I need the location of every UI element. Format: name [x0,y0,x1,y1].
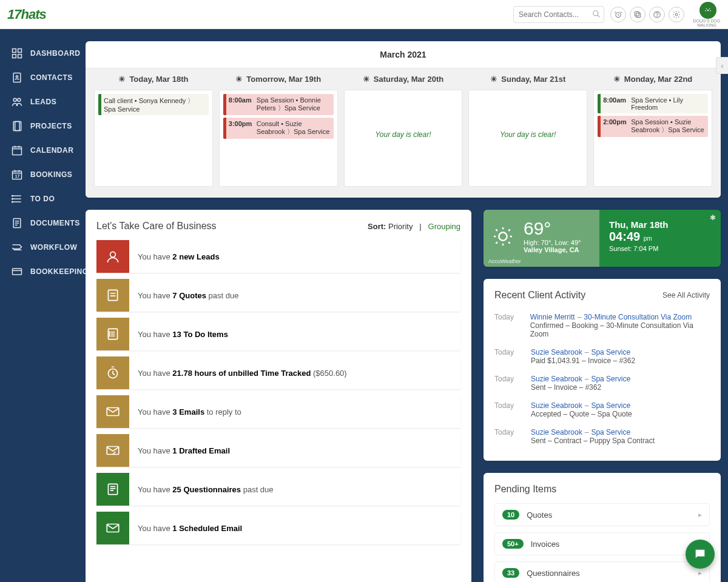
activity-project-link[interactable]: Spa Service [591,375,630,383]
svg-rect-22 [15,122,21,131]
help-icon[interactable] [649,7,665,22]
activity-row[interactable]: TodaySuzie Seabrook–Spa ServicePaid $1,0… [494,343,710,370]
svg-point-31 [110,252,116,257]
business-item[interactable]: You have 3 Emails to reply to [96,395,460,428]
pending-label: Questionnaires [527,569,579,578]
calendar-event[interactable]: 8:00amSpa Service • Lily Freedom [598,94,708,113]
activity-row[interactable]: TodaySuzie Seabrook–Spa ServiceSent – Co… [494,423,710,450]
sidebar-icon: 17 [11,169,23,181]
svg-rect-21 [13,122,19,131]
calendar-event[interactable]: 8:00amSpa Session • Bonnie Peters 〉Spa S… [223,94,334,115]
activity-client-link[interactable]: Winnie Merritt [530,313,575,321]
svg-point-11 [705,10,706,11]
svg-point-19 [13,98,16,101]
weather-gear-icon[interactable]: ✱ [710,213,716,222]
business-item[interactable]: You have 13 To Do Items [96,318,460,350]
svg-point-18 [16,76,18,78]
mail-icon [96,512,129,544]
activity-project-link[interactable]: Spa Service [591,348,630,356]
sidebar-item-dashboard[interactable]: DASHBOARD [0,41,86,65]
calendar-event[interactable]: 3:00pmConsult • Suzie Seabrook 〉Spa Serv… [223,118,334,139]
avatar-label: DOUG'S DOG WALKING [693,19,721,27]
sidebar-icon [11,241,23,253]
weather-icon: ☀ [235,75,243,84]
svg-rect-38 [107,408,119,416]
business-item[interactable]: You have 1 Drafted Email [96,434,460,467]
logo[interactable]: 17hats [7,7,46,22]
sidebar-item-calendar[interactable]: CALENDAR [0,138,86,162]
mail-icon [96,395,129,428]
sidebar-label: BOOKKEEPING [30,267,89,276]
search-input[interactable] [513,6,604,23]
sun-icon [491,224,515,250]
svg-text:17: 17 [15,174,20,178]
activity-client-link[interactable]: Suzie Seabrook [531,348,582,356]
chat-fab[interactable] [686,540,715,569]
quote-icon [96,279,129,312]
svg-point-28 [12,201,13,202]
gear-icon[interactable] [669,7,684,22]
svg-point-20 [18,98,21,101]
sidebar-icon [11,217,23,229]
activity-row[interactable]: TodaySuzie Seabrook–Spa ServiceSent – In… [494,370,710,396]
activity-project-link[interactable]: Spa Service [591,428,630,436]
sidebar-label: CALENDAR [30,146,73,155]
day-header: ☀Sunday, Mar 21st [468,69,587,90]
sidebar-item-to-do[interactable]: TO DO [0,187,86,211]
sidebar-icon [11,72,23,84]
sidebar-item-projects[interactable]: PROJECTS [0,114,86,138]
sidebar-item-documents[interactable]: DOCUMENTS [0,211,86,235]
business-item[interactable]: You have 1 Scheduled Email [96,512,460,544]
sidebar-item-contacts[interactable]: CONTACTS [0,65,86,90]
pending-badge: 50+ [502,539,524,549]
calendar-event[interactable]: Call client • Sonya Kennedy 〉Spa Service [98,94,209,115]
pending-item-invoices[interactable]: 50+Invoices▸ [494,532,710,555]
drawer-toggle[interactable]: ‹ [716,57,728,74]
sidebar-label: BOOKINGS [30,170,72,179]
list-icon [96,318,129,350]
sidebar-item-workflow[interactable]: WORKFLOW [0,235,86,259]
activity-client-link[interactable]: Suzie Seabrook [531,375,582,383]
calendar-title: March 2021 [86,41,721,68]
svg-point-0 [593,10,598,15]
activity-client-link[interactable]: Suzie Seabrook [531,401,582,410]
svg-point-10 [709,8,710,9]
business-item[interactable]: You have 21.78 hours of unbilled Time Tr… [96,356,460,389]
avatar[interactable] [699,2,716,19]
pending-item-quotes[interactable]: 10Quotes▸ [494,503,710,526]
pending-item-questionnaires[interactable]: 33Questionnaires▸ [494,561,710,582]
business-item[interactable]: You have 25 Questionnaires past due [96,473,460,506]
svg-rect-4 [635,12,639,16]
sidebar-item-bookkeeping[interactable]: BOOKKEEPING [0,259,86,284]
business-heading: Let's Take Care of Business [96,221,217,232]
alarm-icon[interactable] [610,7,626,22]
search-icon[interactable] [592,10,601,20]
sidebar-item-bookings[interactable]: 17BOOKINGS [0,162,86,187]
sort-controls[interactable]: Sort: Priority | Grouping [368,222,460,231]
svg-point-36 [109,336,110,336]
weather-time: 04:49 pm [609,230,711,244]
sidebar-label: WORKFLOW [30,243,77,252]
sidebar-label: LEADS [30,98,56,106]
copy-icon[interactable] [630,7,645,22]
svg-rect-3 [636,13,641,17]
activity-row[interactable]: TodayWinnie Merritt–30-Minute Consultati… [494,308,710,343]
timer-icon [96,356,129,389]
day-header: ☀Tomorrow, Mar 19th [219,69,338,90]
weather-widget: 69° High: 70°, Low: 49° Valley Village, … [484,210,721,267]
business-item[interactable]: You have 7 Quotes past due [96,279,460,312]
activity-project-link[interactable]: Spa Service [591,401,630,410]
calendar-event[interactable]: 2:00pmSpa Session • Suzie Seabrook 〉Spa … [598,116,708,137]
activity-row[interactable]: TodaySuzie Seabrook–Spa ServiceAccepted … [494,396,710,423]
sidebar-label: PROJECTS [30,122,72,130]
sidebar-icon [11,47,23,59]
weather-icon: ☀ [490,75,497,84]
sidebar-icon [11,144,23,156]
business-item[interactable]: You have 2 new Leads [96,240,460,273]
activity-client-link[interactable]: Suzie Seabrook [531,428,582,436]
day-header: ☀Monday, Mar 22nd [593,69,712,90]
activity-project-link[interactable]: 30-Minute Consultation Via Zoom [584,313,692,321]
weather-icon: ☀ [613,75,621,84]
sidebar-item-leads[interactable]: LEADS [0,90,86,114]
see-all-activity[interactable]: See All Activity [662,291,710,299]
